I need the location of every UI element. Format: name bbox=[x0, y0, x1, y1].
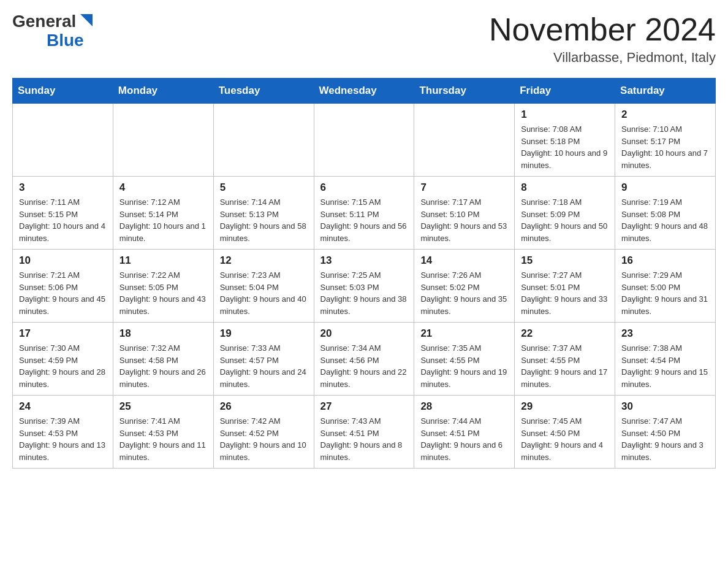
day-number: 4 bbox=[119, 182, 207, 194]
day-number: 8 bbox=[521, 182, 609, 194]
day-info: Sunrise: 7:30 AMSunset: 4:59 PMDaylight:… bbox=[19, 342, 107, 390]
day-info: Sunrise: 7:44 AMSunset: 4:51 PMDaylight:… bbox=[420, 415, 508, 463]
calendar-header-monday: Monday bbox=[113, 79, 213, 104]
day-number: 16 bbox=[621, 255, 709, 267]
day-info: Sunrise: 7:11 AMSunset: 5:15 PMDaylight:… bbox=[19, 196, 107, 244]
day-number: 12 bbox=[220, 255, 308, 267]
day-number: 1 bbox=[521, 109, 609, 121]
logo-general: General bbox=[12, 12, 76, 31]
day-number: 15 bbox=[521, 255, 609, 267]
calendar-cell: 17Sunrise: 7:30 AMSunset: 4:59 PMDayligh… bbox=[13, 323, 113, 396]
day-info: Sunrise: 7:29 AMSunset: 5:00 PMDaylight:… bbox=[621, 269, 709, 317]
calendar-header-saturday: Saturday bbox=[615, 79, 716, 104]
calendar-cell: 16Sunrise: 7:29 AMSunset: 5:00 PMDayligh… bbox=[615, 250, 716, 323]
day-info: Sunrise: 7:42 AMSunset: 4:52 PMDaylight:… bbox=[220, 415, 308, 463]
day-number: 2 bbox=[621, 109, 709, 121]
day-info: Sunrise: 7:21 AMSunset: 5:06 PMDaylight:… bbox=[19, 269, 107, 317]
day-number: 7 bbox=[420, 182, 508, 194]
day-info: Sunrise: 7:12 AMSunset: 5:14 PMDaylight:… bbox=[119, 196, 207, 244]
day-number: 5 bbox=[220, 182, 308, 194]
page-header: General Blue November 2024 Villarbasse, … bbox=[12, 12, 716, 66]
calendar-header-sunday: Sunday bbox=[13, 79, 113, 104]
week-row-1: 3Sunrise: 7:11 AMSunset: 5:15 PMDaylight… bbox=[13, 177, 716, 250]
calendar-header-wednesday: Wednesday bbox=[314, 79, 414, 104]
day-info: Sunrise: 7:15 AMSunset: 5:11 PMDaylight:… bbox=[320, 196, 408, 244]
calendar-cell: 5Sunrise: 7:14 AMSunset: 5:13 PMDaylight… bbox=[213, 177, 314, 250]
day-info: Sunrise: 7:45 AMSunset: 4:50 PMDaylight:… bbox=[521, 415, 609, 463]
day-info: Sunrise: 7:43 AMSunset: 4:51 PMDaylight:… bbox=[320, 415, 408, 463]
calendar-cell: 6Sunrise: 7:15 AMSunset: 5:11 PMDaylight… bbox=[314, 177, 414, 250]
calendar-cell: 2Sunrise: 7:10 AMSunset: 5:17 PMDaylight… bbox=[615, 104, 716, 177]
day-number: 24 bbox=[19, 400, 107, 413]
calendar-cell bbox=[213, 104, 314, 177]
title-block: November 2024 Villarbasse, Piedmont, Ita… bbox=[489, 12, 716, 66]
day-info: Sunrise: 7:26 AMSunset: 5:02 PMDaylight:… bbox=[420, 269, 508, 317]
calendar-header-friday: Friday bbox=[515, 79, 615, 104]
calendar-cell: 8Sunrise: 7:18 AMSunset: 5:09 PMDaylight… bbox=[515, 177, 615, 250]
day-number: 26 bbox=[220, 400, 308, 413]
week-row-3: 17Sunrise: 7:30 AMSunset: 4:59 PMDayligh… bbox=[13, 323, 716, 396]
calendar-header-tuesday: Tuesday bbox=[213, 79, 314, 104]
logo-triangle-icon bbox=[77, 11, 96, 29]
day-number: 6 bbox=[320, 182, 408, 194]
day-info: Sunrise: 7:17 AMSunset: 5:10 PMDaylight:… bbox=[420, 196, 508, 244]
calendar-cell: 1Sunrise: 7:08 AMSunset: 5:18 PMDaylight… bbox=[515, 104, 615, 177]
calendar-cell: 18Sunrise: 7:32 AMSunset: 4:58 PMDayligh… bbox=[113, 323, 213, 396]
calendar-cell bbox=[414, 104, 515, 177]
calendar-cell bbox=[113, 104, 213, 177]
day-number: 30 bbox=[621, 400, 709, 413]
calendar-cell: 21Sunrise: 7:35 AMSunset: 4:55 PMDayligh… bbox=[414, 323, 515, 396]
location: Villarbasse, Piedmont, Italy bbox=[489, 50, 716, 66]
calendar-cell: 7Sunrise: 7:17 AMSunset: 5:10 PMDaylight… bbox=[414, 177, 515, 250]
day-number: 9 bbox=[621, 182, 709, 194]
calendar-cell: 28Sunrise: 7:44 AMSunset: 4:51 PMDayligh… bbox=[414, 396, 515, 469]
calendar-cell: 30Sunrise: 7:47 AMSunset: 4:50 PMDayligh… bbox=[615, 396, 716, 469]
day-info: Sunrise: 7:25 AMSunset: 5:03 PMDaylight:… bbox=[320, 269, 408, 317]
day-number: 22 bbox=[521, 327, 609, 340]
day-number: 29 bbox=[521, 400, 609, 413]
calendar-table: SundayMondayTuesdayWednesdayThursdayFrid… bbox=[12, 78, 716, 469]
day-info: Sunrise: 7:22 AMSunset: 5:05 PMDaylight:… bbox=[119, 269, 207, 317]
day-number: 25 bbox=[119, 400, 207, 413]
day-number: 17 bbox=[19, 327, 107, 340]
day-info: Sunrise: 7:47 AMSunset: 4:50 PMDaylight:… bbox=[621, 415, 709, 463]
day-info: Sunrise: 7:41 AMSunset: 4:53 PMDaylight:… bbox=[119, 415, 207, 463]
day-number: 28 bbox=[420, 400, 508, 413]
day-info: Sunrise: 7:19 AMSunset: 5:08 PMDaylight:… bbox=[621, 196, 709, 244]
day-number: 13 bbox=[320, 255, 408, 267]
day-info: Sunrise: 7:38 AMSunset: 4:54 PMDaylight:… bbox=[621, 342, 709, 390]
day-number: 11 bbox=[119, 255, 207, 267]
calendar-cell: 15Sunrise: 7:27 AMSunset: 5:01 PMDayligh… bbox=[515, 250, 615, 323]
week-row-0: 1Sunrise: 7:08 AMSunset: 5:18 PMDaylight… bbox=[13, 104, 716, 177]
day-number: 23 bbox=[621, 327, 709, 340]
month-title: November 2024 bbox=[489, 12, 716, 47]
day-number: 19 bbox=[220, 327, 308, 340]
day-number: 18 bbox=[119, 327, 207, 340]
day-info: Sunrise: 7:18 AMSunset: 5:09 PMDaylight:… bbox=[521, 196, 609, 244]
day-info: Sunrise: 7:34 AMSunset: 4:56 PMDaylight:… bbox=[320, 342, 408, 390]
day-info: Sunrise: 7:35 AMSunset: 4:55 PMDaylight:… bbox=[420, 342, 508, 390]
calendar-cell bbox=[13, 104, 113, 177]
calendar-cell: 29Sunrise: 7:45 AMSunset: 4:50 PMDayligh… bbox=[515, 396, 615, 469]
calendar-cell: 9Sunrise: 7:19 AMSunset: 5:08 PMDaylight… bbox=[615, 177, 716, 250]
day-info: Sunrise: 7:10 AMSunset: 5:17 PMDaylight:… bbox=[621, 123, 709, 171]
day-info: Sunrise: 7:08 AMSunset: 5:18 PMDaylight:… bbox=[521, 123, 609, 171]
day-number: 20 bbox=[320, 327, 408, 340]
calendar-cell: 14Sunrise: 7:26 AMSunset: 5:02 PMDayligh… bbox=[414, 250, 515, 323]
calendar-cell bbox=[314, 104, 414, 177]
calendar-cell: 25Sunrise: 7:41 AMSunset: 4:53 PMDayligh… bbox=[113, 396, 213, 469]
calendar-cell: 19Sunrise: 7:33 AMSunset: 4:57 PMDayligh… bbox=[213, 323, 314, 396]
calendar-cell: 22Sunrise: 7:37 AMSunset: 4:55 PMDayligh… bbox=[515, 323, 615, 396]
calendar-cell: 4Sunrise: 7:12 AMSunset: 5:14 PMDaylight… bbox=[113, 177, 213, 250]
calendar-header-row: SundayMondayTuesdayWednesdayThursdayFrid… bbox=[13, 79, 716, 104]
day-info: Sunrise: 7:37 AMSunset: 4:55 PMDaylight:… bbox=[521, 342, 609, 390]
calendar-cell: 11Sunrise: 7:22 AMSunset: 5:05 PMDayligh… bbox=[113, 250, 213, 323]
week-row-2: 10Sunrise: 7:21 AMSunset: 5:06 PMDayligh… bbox=[13, 250, 716, 323]
day-number: 14 bbox=[420, 255, 508, 267]
calendar-header-thursday: Thursday bbox=[414, 79, 515, 104]
calendar-cell: 3Sunrise: 7:11 AMSunset: 5:15 PMDaylight… bbox=[13, 177, 113, 250]
week-row-4: 24Sunrise: 7:39 AMSunset: 4:53 PMDayligh… bbox=[13, 396, 716, 469]
day-number: 21 bbox=[420, 327, 508, 340]
calendar-cell: 27Sunrise: 7:43 AMSunset: 4:51 PMDayligh… bbox=[314, 396, 414, 469]
calendar-cell: 20Sunrise: 7:34 AMSunset: 4:56 PMDayligh… bbox=[314, 323, 414, 396]
